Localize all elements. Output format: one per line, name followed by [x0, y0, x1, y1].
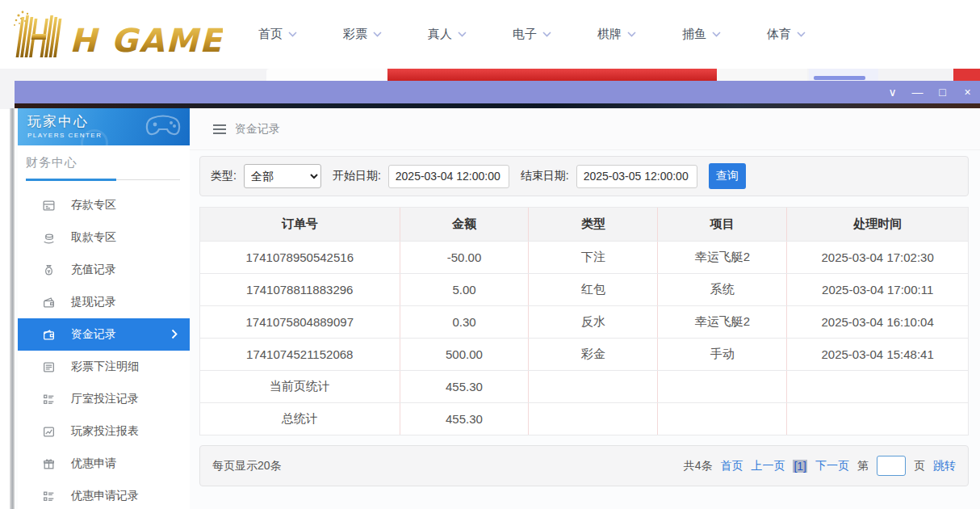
table-row: 1741075804889097 0.30 反水 幸运飞艇2 2025-03-0…: [200, 306, 969, 339]
sidebar-item-recharge-record[interactable]: 充值记录: [18, 254, 190, 286]
start-date-input[interactable]: [388, 165, 509, 188]
sidebar-item-player-bet-report[interactable]: 玩家投注报表: [18, 415, 190, 448]
sidebar-item-promo-apply-record[interactable]: 优惠申请记录: [18, 480, 190, 509]
chevron-right-icon: [171, 329, 178, 339]
sidebar-item-label: 充值记录: [71, 263, 116, 277]
background-text-fragment: [809, 69, 878, 82]
next-page-link[interactable]: 下一页: [815, 459, 849, 473]
chevron-down-icon: [458, 32, 467, 37]
funds-record-table: 订单号 金额 类型 项目 处理时间 1741078950542516 -50.0…: [199, 207, 969, 435]
current-page: [1]: [793, 460, 807, 473]
sidebar-section: 财务中心: [18, 145, 190, 181]
nav-label: 捕鱼: [682, 27, 706, 42]
nav-item-home[interactable]: 首页: [258, 27, 297, 42]
sidebar: 玩家中心 PLAYERS CENTER 财务中心 存款专区: [18, 108, 190, 509]
background-banner-fragment: [266, 69, 387, 82]
sidebar-header: 玩家中心 PLAYERS CENTER: [18, 108, 190, 145]
nav-item-sports[interactable]: 体育: [767, 27, 806, 42]
sidebar-item-label: 提现记录: [71, 295, 116, 309]
chevron-down-icon: [797, 32, 806, 37]
sidebar-item-withdraw-zone[interactable]: 取款专区: [18, 221, 190, 254]
main-nav: 首页 彩票 真人 电子 棋牌 捕鱼 体育: [258, 27, 806, 42]
sidebar-item-deposit-zone[interactable]: 存款专区: [18, 189, 190, 221]
h-game-logo-icon: H GAME: [11, 9, 223, 61]
nav-label: 电子: [513, 27, 537, 42]
page-jump-input[interactable]: [877, 456, 906, 476]
site-header: H GAME 首页 彩票 真人 电子 棋牌 捕鱼 体育: [0, 0, 980, 69]
type-label: 类型:: [211, 169, 237, 183]
scrollbar[interactable]: [10, 108, 15, 509]
type-select[interactable]: 全部: [244, 164, 321, 188]
cell-order-id: 1741078950542516: [200, 242, 400, 274]
cell-label: 当前页统计: [200, 371, 400, 403]
table-row-grand-total: 总统计 455.30: [200, 403, 969, 435]
cell-amount: 500.00: [400, 339, 529, 371]
player-bet-report-icon: [42, 425, 56, 439]
cell-amount: -50.00: [400, 242, 529, 274]
chevron-down-icon: [712, 32, 721, 37]
nav-item-board-games[interactable]: 棋牌: [597, 27, 636, 42]
sidebar-item-funds-record[interactable]: 资金记录: [18, 318, 190, 351]
nav-label: 首页: [258, 27, 283, 42]
deposit-icon: [42, 199, 56, 212]
section-underline: [26, 179, 180, 181]
sidebar-item-promo-apply[interactable]: 优惠申请: [18, 448, 190, 480]
logo: H GAME: [11, 9, 223, 61]
page-size-text: 每页显示20条: [212, 459, 282, 473]
collapse-button[interactable]: ∨: [880, 81, 905, 103]
cell-processed-time: 2025-03-04 17:02:30: [787, 242, 969, 274]
cell-project: 幸运飞艇2: [658, 306, 787, 339]
lottery-bet-detail-icon: [42, 360, 56, 374]
first-page-link[interactable]: 首页: [720, 459, 743, 473]
section-title: 财务中心: [26, 155, 180, 170]
jump-link[interactable]: 跳转: [933, 459, 956, 473]
nav-label: 真人: [428, 27, 452, 42]
col-project: 项目: [658, 208, 787, 242]
maximize-button[interactable]: □: [930, 81, 955, 103]
background-red-banner: [387, 69, 717, 82]
chevron-down-icon: [288, 32, 297, 37]
chevron-down-icon: [373, 32, 382, 37]
search-button[interactable]: 查询: [709, 163, 746, 189]
filter-bar: 类型: 全部 开始日期: 结束日期: 查询: [199, 156, 969, 196]
cell-type: 红包: [529, 274, 658, 306]
cell-project: 手动: [658, 339, 787, 371]
nav-item-fishing[interactable]: 捕鱼: [682, 27, 721, 42]
col-order-id: 订单号: [200, 208, 400, 242]
nav-label: 彩票: [343, 27, 367, 42]
sidebar-item-label: 存款专区: [71, 198, 116, 212]
table-row: 1741078950542516 -50.00 下注 幸运飞艇2 2025-03…: [200, 242, 969, 274]
sidebar-item-label: 玩家投注报表: [71, 424, 139, 439]
nav-item-slots[interactable]: 电子: [513, 27, 551, 42]
funds-record-icon: [42, 328, 56, 342]
sidebar-item-label: 彩票下注明细: [71, 360, 139, 374]
player-center-window: ∨ — □ × 玩家中心 PLAYERS CENTER 财务中心: [15, 81, 980, 509]
cell-type: 反水: [529, 306, 658, 339]
cell-type: 下注: [529, 242, 658, 274]
cell-order-id: 1741078811883296: [200, 274, 400, 306]
main-content: 资金记录 类型: 全部 开始日期: 结束日期: 查询 订单号 金额: [190, 108, 980, 509]
cell-amount: 455.30: [400, 371, 529, 403]
sidebar-item-lottery-bet-detail[interactable]: 彩票下注明细: [18, 351, 190, 383]
sidebar-item-hall-bet-record[interactable]: 厅室投注记录: [18, 383, 190, 415]
hamburger-icon[interactable]: [213, 124, 226, 134]
col-processed-time: 处理时间: [787, 208, 969, 242]
prev-page-link[interactable]: 上一页: [751, 459, 785, 473]
cell-amount: 0.30: [400, 306, 529, 339]
svg-text:H GAME: H GAME: [69, 22, 223, 59]
minimize-button[interactable]: —: [905, 81, 930, 103]
pagination: 共4条 首页 上一页 [1] 下一页 第 页 跳转: [684, 456, 956, 476]
nav-item-live[interactable]: 真人: [428, 27, 467, 42]
start-date-label: 开始日期:: [333, 169, 381, 183]
close-button[interactable]: ×: [955, 81, 980, 103]
sidebar-item-withdrawal-record[interactable]: 提现记录: [18, 286, 190, 318]
sidebar-item-label: 优惠申请记录: [71, 489, 139, 503]
nav-item-lottery[interactable]: 彩票: [343, 27, 382, 42]
end-date-input[interactable]: [576, 165, 697, 188]
withdrawal-record-icon: [42, 296, 56, 309]
cell-processed-time: 2025-03-04 15:48:41: [787, 339, 969, 371]
promo-apply-record-icon: [42, 490, 56, 503]
col-amount: 金额: [400, 208, 529, 242]
sidebar-item-label: 厅室投注记录: [71, 392, 139, 406]
cell-order-id: 1741074521152068: [200, 339, 400, 371]
